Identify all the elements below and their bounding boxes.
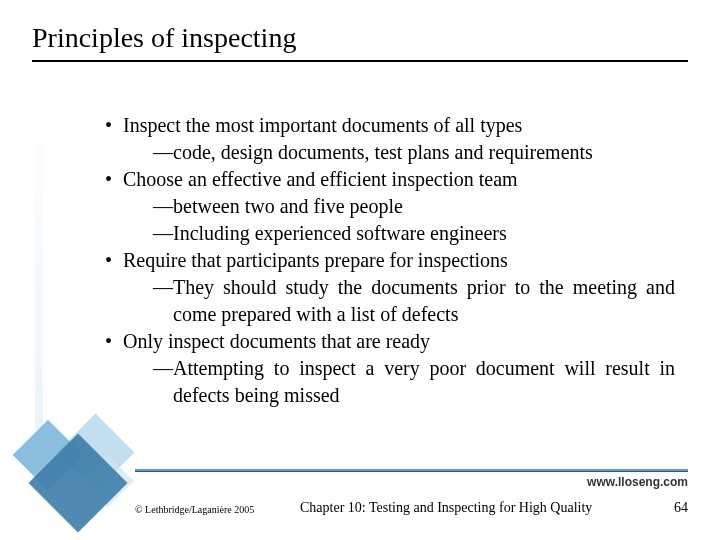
bullet-text: Require that participants prepare for in… [123, 247, 508, 274]
em-dash: — [153, 274, 173, 328]
sub-bullet-item: —between two and five people [105, 193, 675, 220]
bullet-mark: • [105, 112, 123, 139]
bullet-text: Choose an effective and efficient inspec… [123, 166, 518, 193]
em-dash: — [153, 220, 173, 247]
em-dash: — [153, 139, 173, 166]
bullet-text: Inspect the most important documents of … [123, 112, 522, 139]
chapter-text: Chapter 10: Testing and Inspecting for H… [300, 500, 592, 516]
bullet-text: Only inspect documents that are ready [123, 328, 430, 355]
bullet-mark: • [105, 328, 123, 355]
sub-bullet-item: —code, design documents, test plans and … [105, 139, 675, 166]
bullet-mark: • [105, 247, 123, 274]
sub-bullet-item: —Including experienced software engineer… [105, 220, 675, 247]
bullet-item: •Inspect the most important documents of… [105, 112, 675, 139]
sub-bullet-text: They should study the documents prior to… [173, 274, 675, 328]
content-area: •Inspect the most important documents of… [105, 112, 675, 409]
footer-divider [135, 469, 688, 472]
sub-bullet-text: Including experienced software engineers [173, 220, 675, 247]
bullet-item: •Choose an effective and efficient inspe… [105, 166, 675, 193]
title-underline [32, 60, 688, 62]
footer-url: www.lloseng.com [587, 475, 688, 489]
corner-decoration [18, 420, 138, 530]
bullet-mark: • [105, 166, 123, 193]
sub-bullet-item: —Attempting to inspect a very poor docum… [105, 355, 675, 409]
sub-bullet-text: between two and five people [173, 193, 675, 220]
sub-bullet-text: code, design documents, test plans and r… [173, 139, 675, 166]
copyright-text: © Lethbridge/Laganière 2005 [135, 504, 254, 515]
side-gradient [35, 100, 43, 430]
bullet-item: •Only inspect documents that are ready [105, 328, 675, 355]
sub-bullet-item: —They should study the documents prior t… [105, 274, 675, 328]
em-dash: — [153, 193, 173, 220]
page-number: 64 [674, 500, 688, 516]
sub-bullet-text: Attempting to inspect a very poor docume… [173, 355, 675, 409]
bullet-item: •Require that participants prepare for i… [105, 247, 675, 274]
em-dash: — [153, 355, 173, 409]
slide-title: Principles of inspecting [32, 22, 296, 54]
